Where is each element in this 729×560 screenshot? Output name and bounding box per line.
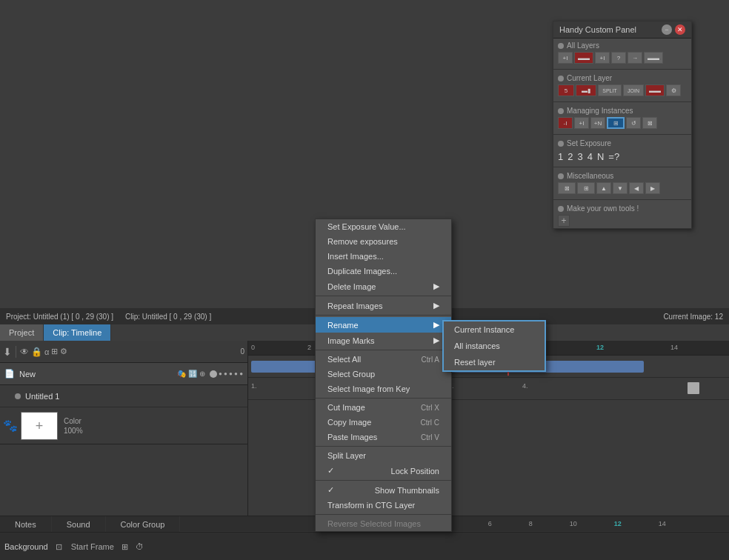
layer-icon-dots[interactable]: ⚙ (60, 347, 67, 356)
start-frame-icon[interactable]: ⊞ (122, 542, 128, 552)
tab-bar: Project Clip: Timeline (0, 324, 111, 341)
tab-clip-timeline[interactable]: Clip: Timeline (44, 324, 111, 341)
al-icon-1[interactable]: +I (558, 52, 573, 64)
al-icon-6[interactable]: ▬▬ (644, 52, 663, 64)
submenu-current-instance[interactable]: Current Instance (444, 321, 545, 338)
mi-icon-6[interactable]: ⊠ (642, 117, 657, 129)
layer-thumbnail: + (21, 412, 58, 440)
num-eq[interactable]: =? (608, 151, 619, 162)
ctx-transform-ctg[interactable]: Transform in CTG Layer (316, 498, 451, 513)
ctx-copy-image[interactable]: Copy Image Ctrl C (316, 415, 451, 430)
al-icon-5[interactable]: → (628, 52, 642, 64)
cl-icon-2[interactable]: ▬▮ (576, 84, 596, 96)
layer-icon-lock[interactable]: 🔒 (31, 347, 42, 357)
misc-icon-prev[interactable]: ◀ (629, 182, 644, 194)
ctx-show-thumbnails[interactable]: ✓ Show Thumbnails (316, 482, 451, 498)
num-2[interactable]: 2 (567, 151, 573, 162)
handy-custom-panel: Handy Custom Panel − ✕ All Layers +I ▬▬ … (553, 21, 692, 229)
add-tool-button[interactable]: + (558, 215, 570, 227)
ctx-select-all[interactable]: Select All Ctrl A (316, 352, 451, 367)
misc-icon-next[interactable]: ▶ (645, 182, 660, 194)
misc-icon-triangle-up[interactable]: ▲ (596, 182, 611, 194)
cl-icon-1[interactable]: 5 (558, 84, 574, 96)
zoom-label: 100% (64, 427, 83, 435)
tab-color-group[interactable]: Color Group (106, 516, 181, 532)
cl-icon-join[interactable]: JOIN (623, 84, 644, 96)
num-1[interactable]: 1 (558, 151, 563, 162)
background-label: Background (4, 542, 48, 551)
track-marker (688, 382, 699, 394)
ctx-set-exposure[interactable]: Set Exposure Value... (316, 219, 451, 234)
separator-7 (316, 514, 451, 515)
divider-3 (553, 134, 691, 135)
context-menu: Set Exposure Value... Remove exposures I… (315, 219, 452, 532)
separator-2 (316, 315, 451, 316)
ruler-tick-0: 0 (251, 344, 255, 351)
make-own-label: Make your own tools ! (567, 204, 639, 213)
al-icon-4[interactable]: ? (611, 52, 626, 64)
cl-icon-6[interactable]: ⚙ (666, 84, 681, 96)
tab-notes[interactable]: Notes (0, 516, 52, 532)
section-set-exposure: Set Exposure 1 2 3 4 N =? (553, 136, 691, 165)
al-icon-2[interactable]: ▬▬ (574, 52, 593, 64)
handy-title-bar: Handy Custom Panel − ✕ (553, 21, 691, 39)
misc-icon-1[interactable]: ⊠ (558, 182, 576, 194)
cl-icon-5[interactable]: ▬▬ (645, 84, 665, 96)
mi-icon-3[interactable]: +N (590, 117, 605, 129)
mi-icon-1[interactable]: -I (558, 117, 573, 129)
separator-3 (316, 350, 451, 350)
num-4[interactable]: 4 (587, 151, 593, 162)
arrow-icon-2: ▶ (433, 301, 439, 310)
new-layer-icons: 🎭 🔢 ⊕ (177, 370, 205, 378)
title-buttons: − ✕ (662, 24, 685, 35)
ctx-lock-position[interactable]: ✓ Lock Position (316, 463, 451, 479)
close-button[interactable]: ✕ (675, 24, 685, 35)
section-make-own: Make your own tools ! + (553, 201, 691, 228)
ruler-tick-14: 14 (670, 344, 678, 351)
submenu-reset-layer[interactable]: Reset layer (444, 354, 545, 370)
ctx-select-image-from-key[interactable]: Select Image from Key (316, 381, 451, 396)
ruler-tick-12: 12 (596, 344, 604, 351)
layer-icon-eye[interactable]: 👁 (20, 347, 29, 357)
ctx-cut-image[interactable]: Cut Image Ctrl X (316, 400, 451, 415)
misc-icon-2[interactable]: ⊞ (577, 182, 595, 194)
ctx-paste-images[interactable]: Paste Images Ctrl V (316, 430, 451, 444)
thumb-controls: Color 100% (64, 417, 83, 435)
ctx-delete-image[interactable]: Delete Image ▶ (316, 279, 451, 294)
misc-icon-triangle-down[interactable]: ▼ (613, 182, 628, 194)
untitled-layer-label: Untitled 1 (25, 392, 59, 401)
mi-icon-4[interactable]: ⊞ (607, 117, 625, 129)
al-icon-3[interactable]: +I (595, 52, 610, 64)
divider-2 (553, 101, 691, 102)
ctx-split-layer[interactable]: Split Layer (316, 448, 451, 463)
submenu-all-instances[interactable]: All instances (444, 338, 545, 354)
num-N[interactable]: N (597, 151, 604, 162)
ctx-repeat-images[interactable]: Repeat Images ▶ (316, 298, 451, 313)
separator-5 (316, 446, 451, 447)
layer-icon-1[interactable]: ⬇ (3, 346, 12, 358)
num-3[interactable]: 3 (577, 151, 582, 162)
ctx-rename[interactable]: Rename ▶ (316, 317, 451, 333)
ctx-duplicate-images[interactable]: Duplicate Images... (316, 264, 451, 279)
ctx-reverse-selected[interactable]: Reverse Selected Images (316, 516, 451, 531)
circle-icon-6 (558, 206, 564, 212)
tab-sound[interactable]: Sound (52, 516, 106, 532)
mi-icon-5[interactable]: ↺ (626, 117, 641, 129)
mi-icon-2[interactable]: +I (574, 117, 589, 129)
tab-project[interactable]: Project (0, 324, 44, 341)
cl-icon-split[interactable]: SPLIT (598, 84, 622, 96)
ctx-select-group[interactable]: Select Group (316, 367, 451, 381)
managing-instances-header: Managing Instances (558, 107, 687, 115)
all-layers-header: All Layers (558, 41, 687, 50)
ctx-insert-images[interactable]: Insert Images... (316, 249, 451, 264)
ctx-remove-exposures[interactable]: Remove exposures (316, 234, 451, 249)
export-icon[interactable]: ⊡ (56, 542, 62, 552)
minimize-button[interactable]: − (662, 24, 672, 35)
ctx-image-marks[interactable]: Image Marks ▶ (316, 333, 451, 348)
timer-icon[interactable]: ⏱ (136, 542, 144, 551)
divider-4 (553, 167, 691, 167)
section-miscellaneous: Miscellaneous ⊠ ⊞ ▲ ▼ ◀ ▶ (553, 169, 691, 198)
handy-title: Handy Custom Panel (559, 25, 636, 34)
layer-icon-grid[interactable]: ⊞ (51, 347, 58, 356)
layer-icon-alpha[interactable]: α (44, 347, 49, 356)
